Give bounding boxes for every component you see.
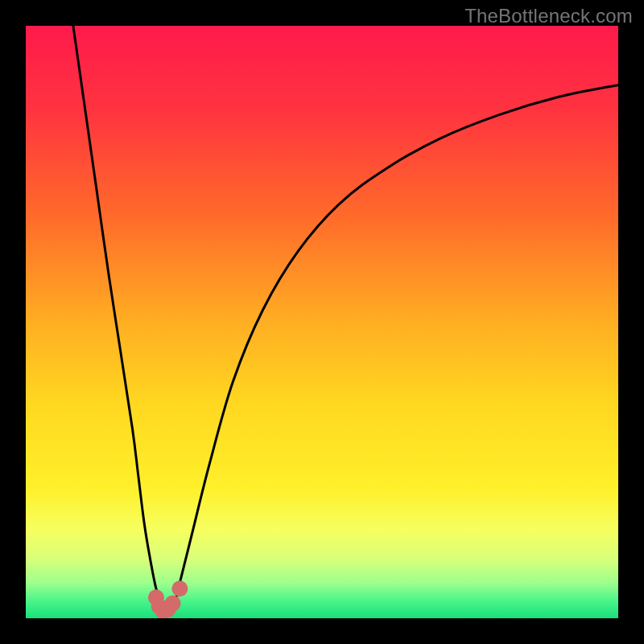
bottleneck-curve	[26, 26, 618, 618]
watermark-text: TheBottleneck.com	[464, 5, 633, 27]
chart-frame: TheBottleneck.com	[0, 0, 644, 644]
curve-right-branch	[174, 85, 618, 607]
plot-area	[26, 26, 618, 618]
optimum-markers	[148, 580, 188, 618]
optimum-marker	[171, 580, 188, 597]
optimum-marker	[165, 596, 181, 612]
curve-left-branch	[73, 26, 162, 606]
